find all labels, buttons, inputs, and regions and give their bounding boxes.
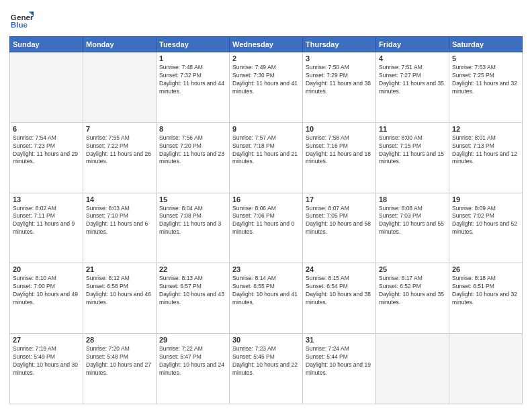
calendar-cell bbox=[10, 52, 83, 123]
calendar-cell: 27Sunrise: 7:19 AMSunset: 5:49 PMDayligh… bbox=[10, 334, 83, 404]
day-info: Sunrise: 7:48 AMSunset: 7:32 PMDaylight:… bbox=[159, 64, 226, 96]
calendar-header-sunday: Sunday bbox=[10, 37, 83, 52]
page: General Blue SundayMondayTuesdayWednesda… bbox=[0, 0, 532, 411]
day-number: 1 bbox=[159, 54, 226, 62]
calendar-header-saturday: Saturday bbox=[449, 37, 523, 52]
day-info: Sunrise: 7:49 AMSunset: 7:30 PMDaylight:… bbox=[232, 64, 300, 96]
day-info: Sunrise: 8:07 AMSunset: 7:05 PMDaylight:… bbox=[306, 205, 373, 237]
calendar-cell: 22Sunrise: 8:13 AMSunset: 6:57 PMDayligh… bbox=[157, 263, 230, 334]
calendar-cell: 1Sunrise: 7:48 AMSunset: 7:32 PMDaylight… bbox=[157, 52, 230, 123]
day-info: Sunrise: 8:17 AMSunset: 6:52 PMDaylight:… bbox=[379, 275, 446, 307]
day-info: Sunrise: 8:08 AMSunset: 7:03 PMDaylight:… bbox=[379, 205, 446, 237]
calendar-cell: 30Sunrise: 7:23 AMSunset: 5:45 PMDayligh… bbox=[230, 334, 303, 404]
calendar-cell: 19Sunrise: 8:09 AMSunset: 7:02 PMDayligh… bbox=[449, 193, 523, 263]
day-number: 2 bbox=[232, 54, 300, 62]
day-info: Sunrise: 7:50 AMSunset: 7:29 PMDaylight:… bbox=[306, 64, 373, 96]
day-number: 3 bbox=[306, 54, 373, 62]
day-number: 29 bbox=[159, 336, 226, 344]
day-number: 16 bbox=[232, 195, 300, 203]
calendar-cell: 28Sunrise: 7:20 AMSunset: 5:48 PMDayligh… bbox=[83, 334, 157, 404]
day-info: Sunrise: 7:58 AMSunset: 7:16 PMDaylight:… bbox=[306, 134, 373, 167]
day-number: 9 bbox=[232, 125, 300, 133]
calendar-cell: 7Sunrise: 7:55 AMSunset: 7:22 PMDaylight… bbox=[83, 122, 157, 193]
calendar-cell: 25Sunrise: 8:17 AMSunset: 6:52 PMDayligh… bbox=[376, 263, 449, 334]
day-number: 12 bbox=[452, 125, 519, 133]
day-number: 8 bbox=[159, 125, 226, 133]
calendar-header-tuesday: Tuesday bbox=[157, 37, 230, 52]
calendar-week-1: 6Sunrise: 7:54 AMSunset: 7:23 PMDaylight… bbox=[10, 122, 523, 193]
day-info: Sunrise: 7:53 AMSunset: 7:25 PMDaylight:… bbox=[452, 64, 519, 96]
day-number: 23 bbox=[232, 265, 300, 273]
day-number: 11 bbox=[379, 125, 446, 133]
calendar-cell: 21Sunrise: 8:12 AMSunset: 6:58 PMDayligh… bbox=[83, 263, 157, 334]
calendar-week-0: 1Sunrise: 7:48 AMSunset: 7:32 PMDaylight… bbox=[10, 52, 523, 123]
day-number: 20 bbox=[13, 265, 80, 273]
calendar-cell: 2Sunrise: 7:49 AMSunset: 7:30 PMDaylight… bbox=[230, 52, 303, 123]
day-number: 27 bbox=[13, 336, 80, 344]
day-info: Sunrise: 7:20 AMSunset: 5:48 PMDaylight:… bbox=[86, 345, 153, 377]
day-number: 24 bbox=[306, 265, 373, 273]
day-number: 18 bbox=[379, 195, 446, 203]
day-info: Sunrise: 7:56 AMSunset: 7:20 PMDaylight:… bbox=[159, 134, 226, 167]
day-info: Sunrise: 7:51 AMSunset: 7:27 PMDaylight:… bbox=[379, 64, 446, 96]
calendar-cell: 26Sunrise: 8:18 AMSunset: 6:51 PMDayligh… bbox=[449, 263, 523, 334]
day-info: Sunrise: 8:06 AMSunset: 7:06 PMDaylight:… bbox=[232, 205, 300, 237]
day-info: Sunrise: 8:18 AMSunset: 6:51 PMDaylight:… bbox=[452, 275, 519, 307]
calendar-cell: 16Sunrise: 8:06 AMSunset: 7:06 PMDayligh… bbox=[230, 193, 303, 263]
calendar-cell: 24Sunrise: 8:15 AMSunset: 6:54 PMDayligh… bbox=[303, 263, 376, 334]
day-info: Sunrise: 8:09 AMSunset: 7:02 PMDaylight:… bbox=[452, 205, 519, 237]
day-number: 7 bbox=[86, 125, 153, 133]
day-info: Sunrise: 8:13 AMSunset: 6:57 PMDaylight:… bbox=[159, 275, 226, 307]
calendar-cell: 14Sunrise: 8:03 AMSunset: 7:10 PMDayligh… bbox=[83, 193, 157, 263]
calendar-cell: 5Sunrise: 7:53 AMSunset: 7:25 PMDaylight… bbox=[449, 52, 523, 123]
day-info: Sunrise: 8:12 AMSunset: 6:58 PMDaylight:… bbox=[86, 275, 153, 307]
calendar-cell: 9Sunrise: 7:57 AMSunset: 7:18 PMDaylight… bbox=[230, 122, 303, 193]
calendar-week-2: 13Sunrise: 8:02 AMSunset: 7:11 PMDayligh… bbox=[10, 193, 523, 263]
calendar-cell bbox=[83, 52, 157, 123]
header: General Blue bbox=[9, 7, 523, 31]
day-info: Sunrise: 7:54 AMSunset: 7:23 PMDaylight:… bbox=[13, 134, 80, 167]
day-info: Sunrise: 8:03 AMSunset: 7:10 PMDaylight:… bbox=[86, 205, 153, 237]
calendar-cell: 17Sunrise: 8:07 AMSunset: 7:05 PMDayligh… bbox=[303, 193, 376, 263]
day-number: 28 bbox=[86, 336, 153, 344]
calendar-cell: 3Sunrise: 7:50 AMSunset: 7:29 PMDaylight… bbox=[303, 52, 376, 123]
day-number: 25 bbox=[379, 265, 446, 273]
calendar-week-4: 27Sunrise: 7:19 AMSunset: 5:49 PMDayligh… bbox=[10, 334, 523, 404]
day-info: Sunrise: 8:10 AMSunset: 7:00 PMDaylight:… bbox=[13, 275, 80, 307]
calendar-cell: 10Sunrise: 7:58 AMSunset: 7:16 PMDayligh… bbox=[303, 122, 376, 193]
logo: General Blue bbox=[9, 7, 34, 31]
logo-icon: General Blue bbox=[9, 7, 34, 31]
calendar-week-3: 20Sunrise: 8:10 AMSunset: 7:00 PMDayligh… bbox=[10, 263, 523, 334]
calendar-header-row: SundayMondayTuesdayWednesdayThursdayFrid… bbox=[10, 37, 523, 52]
day-number: 26 bbox=[452, 265, 519, 273]
day-number: 6 bbox=[13, 125, 80, 133]
calendar-cell: 6Sunrise: 7:54 AMSunset: 7:23 PMDaylight… bbox=[10, 122, 83, 193]
day-info: Sunrise: 8:15 AMSunset: 6:54 PMDaylight:… bbox=[306, 275, 373, 307]
day-number: 10 bbox=[306, 125, 373, 133]
day-number: 4 bbox=[379, 54, 446, 62]
calendar-cell: 8Sunrise: 7:56 AMSunset: 7:20 PMDaylight… bbox=[157, 122, 230, 193]
calendar-cell bbox=[449, 334, 523, 404]
calendar-cell: 20Sunrise: 8:10 AMSunset: 7:00 PMDayligh… bbox=[10, 263, 83, 334]
calendar-cell: 31Sunrise: 7:24 AMSunset: 5:44 PMDayligh… bbox=[303, 334, 376, 404]
day-number: 21 bbox=[86, 265, 153, 273]
svg-text:Blue: Blue bbox=[11, 20, 28, 29]
day-number: 17 bbox=[306, 195, 373, 203]
calendar-cell bbox=[376, 334, 449, 404]
day-info: Sunrise: 8:01 AMSunset: 7:13 PMDaylight:… bbox=[452, 134, 519, 167]
day-info: Sunrise: 7:22 AMSunset: 5:47 PMDaylight:… bbox=[159, 345, 226, 377]
calendar-cell: 18Sunrise: 8:08 AMSunset: 7:03 PMDayligh… bbox=[376, 193, 449, 263]
calendar-cell: 11Sunrise: 8:00 AMSunset: 7:15 PMDayligh… bbox=[376, 122, 449, 193]
calendar-cell: 15Sunrise: 8:04 AMSunset: 7:08 PMDayligh… bbox=[157, 193, 230, 263]
calendar-header-friday: Friday bbox=[376, 37, 449, 52]
day-info: Sunrise: 7:23 AMSunset: 5:45 PMDaylight:… bbox=[232, 345, 300, 377]
day-number: 14 bbox=[86, 195, 153, 203]
calendar-cell: 4Sunrise: 7:51 AMSunset: 7:27 PMDaylight… bbox=[376, 52, 449, 123]
calendar-cell: 12Sunrise: 8:01 AMSunset: 7:13 PMDayligh… bbox=[449, 122, 523, 193]
calendar-cell: 13Sunrise: 8:02 AMSunset: 7:11 PMDayligh… bbox=[10, 193, 83, 263]
day-number: 13 bbox=[13, 195, 80, 203]
calendar-table: SundayMondayTuesdayWednesdayThursdayFrid… bbox=[9, 36, 523, 404]
day-number: 19 bbox=[452, 195, 519, 203]
day-info: Sunrise: 8:14 AMSunset: 6:55 PMDaylight:… bbox=[232, 275, 300, 307]
day-number: 5 bbox=[452, 54, 519, 62]
